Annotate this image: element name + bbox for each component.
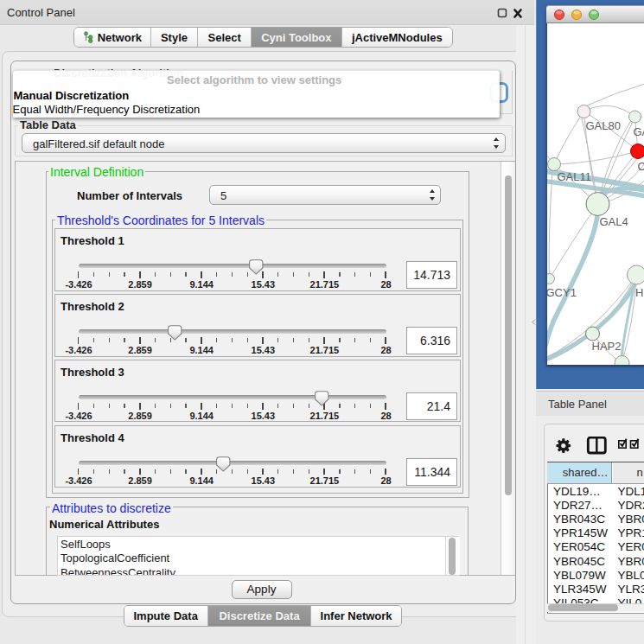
svg-text:GAL4: GAL4 bbox=[599, 215, 628, 228]
svg-text:GAL80: GAL80 bbox=[585, 119, 620, 132]
svg-text:H: H bbox=[635, 286, 643, 299]
svg-text:C: C bbox=[637, 160, 644, 173]
svg-text:GCY1: GCY1 bbox=[546, 286, 577, 299]
svg-text:GAL11: GAL11 bbox=[557, 170, 591, 183]
svg-text:GA: GA bbox=[633, 125, 644, 138]
svg-text:HAP2: HAP2 bbox=[591, 340, 621, 353]
